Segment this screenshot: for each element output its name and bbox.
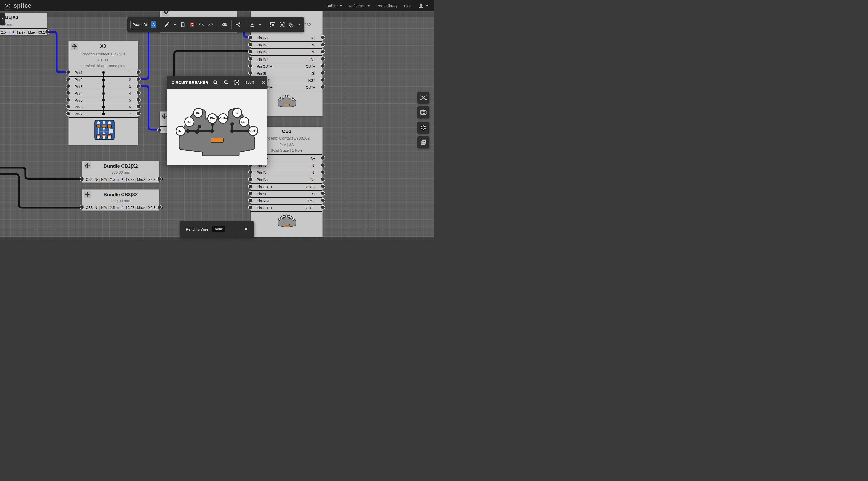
fit-screen-icon[interactable] bbox=[234, 79, 240, 86]
pin-connector-right[interactable] bbox=[321, 205, 325, 210]
pin-row: Pin SISI bbox=[251, 190, 322, 197]
pin-connector-left[interactable] bbox=[248, 170, 253, 174]
pin-label: Pin 2 bbox=[74, 77, 83, 82]
pin-connector-right[interactable] bbox=[321, 77, 325, 82]
share-button[interactable] bbox=[235, 21, 242, 28]
bundle-wire-row[interactable]: CB3.IN- | N/A | 2.5 mm² | 19/27 | black … bbox=[82, 204, 159, 211]
pin-connector-left[interactable] bbox=[66, 111, 70, 116]
pin-connector-left[interactable] bbox=[248, 191, 253, 196]
pin-connector-right[interactable] bbox=[136, 111, 141, 116]
redo-button[interactable] bbox=[208, 21, 214, 28]
x3-mpn: Phoenix Contact 1047479 bbox=[68, 52, 138, 56]
pin-connector-left[interactable] bbox=[66, 98, 70, 102]
modal-body[interactable]: IN-IN-IN+IN+OUT+SIRSTOUT+ bbox=[166, 89, 267, 165]
nav-builder[interactable]: Builder bbox=[327, 4, 342, 8]
pin-connector-left[interactable] bbox=[248, 35, 253, 40]
nav-reference[interactable]: Reference bbox=[349, 4, 370, 8]
pin-connector-left[interactable] bbox=[248, 42, 253, 47]
pin-connector-right[interactable] bbox=[321, 191, 325, 196]
zoom-out-icon[interactable] bbox=[213, 79, 219, 86]
close-icon[interactable]: ✕ bbox=[244, 227, 248, 232]
zoom-in-icon[interactable] bbox=[223, 79, 229, 86]
pin-connector-right[interactable] bbox=[321, 184, 325, 189]
pin-connector-left[interactable] bbox=[248, 177, 253, 182]
sidebar-expand-button[interactable]: › bbox=[0, 12, 5, 25]
pin-connector-left[interactable] bbox=[248, 50, 253, 54]
pin-connector-left[interactable] bbox=[66, 77, 70, 81]
pin-connector-left[interactable] bbox=[248, 184, 253, 189]
pin-label: Pin 3 bbox=[74, 85, 83, 89]
link-button[interactable] bbox=[221, 21, 228, 28]
settings-dropdown-caret[interactable] bbox=[298, 21, 301, 28]
pin-connector-right[interactable] bbox=[157, 205, 162, 210]
circuit-breaker-modal: CIRCUIT BREAKER 100% bbox=[166, 76, 267, 165]
pin-row: Pin 33 bbox=[68, 83, 138, 90]
app-logo[interactable]: splice bbox=[0, 2, 31, 9]
pin-name: 6 bbox=[129, 105, 131, 109]
breaker-terminal-label: IN- bbox=[196, 111, 200, 115]
bundle-wire-row[interactable]: CB2.IN- | N/A | 2.5 mm² | 19/27 | black … bbox=[82, 176, 159, 183]
move-handle-icon[interactable] bbox=[161, 113, 167, 119]
pin-connector-left[interactable] bbox=[248, 198, 253, 202]
circular-connector-button[interactable] bbox=[417, 122, 430, 134]
bundle-cb2-x2-panel[interactable]: Bundle CB2|X2 300.00 mm CB2.IN- | N/A | … bbox=[82, 161, 159, 183]
x3-title: X3 bbox=[68, 43, 138, 49]
bundle-cb1-x3-panel[interactable]: CB1|X3 300.00 mm 2.5 mm² | 19/27 | blue … bbox=[0, 13, 47, 35]
pin-name: IN+ bbox=[310, 178, 315, 182]
nav-parts-library[interactable]: Parts Library bbox=[377, 4, 397, 8]
nav-blog[interactable]: Blog bbox=[404, 4, 411, 8]
pin-connector-right[interactable] bbox=[321, 163, 325, 167]
pin-connector-right[interactable] bbox=[321, 85, 325, 89]
pin-connector-left[interactable] bbox=[248, 205, 253, 210]
export-pdf-button[interactable] bbox=[417, 136, 430, 148]
close-icon[interactable] bbox=[260, 79, 267, 86]
download-button[interactable] bbox=[249, 21, 255, 28]
pin-connector-left[interactable] bbox=[248, 57, 253, 61]
pin-connector-left[interactable] bbox=[248, 64, 253, 68]
undo-button[interactable] bbox=[198, 21, 205, 28]
pin-connector-right[interactable] bbox=[321, 42, 325, 47]
edit-pencil-button[interactable] bbox=[163, 21, 170, 28]
pin-connector-right[interactable] bbox=[136, 84, 141, 88]
breaker-body bbox=[179, 109, 255, 156]
bundle-cb1-wire-row[interactable]: 2.5 mm² | 19/27 | blue | X3.1 bbox=[0, 29, 47, 36]
pin-connector-left[interactable] bbox=[248, 70, 253, 75]
settings-gear-button[interactable] bbox=[288, 21, 294, 28]
download-dropdown-caret[interactable] bbox=[258, 21, 262, 28]
pin-connector-right[interactable] bbox=[321, 50, 325, 54]
connector-tool-button[interactable] bbox=[417, 106, 430, 119]
pin-connector-left[interactable] bbox=[66, 84, 70, 88]
annotate-badge[interactable]: A bbox=[151, 21, 156, 28]
pin-connector-right[interactable] bbox=[321, 35, 325, 40]
new-file-button[interactable] bbox=[180, 21, 186, 28]
x3-terminal-block-panel[interactable]: X3 Phoenix Contact 1047479 PTFIX termina… bbox=[68, 41, 138, 145]
edit-dropdown-caret[interactable] bbox=[173, 21, 177, 28]
pin-connector-right[interactable] bbox=[321, 64, 325, 68]
breaker-terminal-label: SI bbox=[236, 111, 239, 115]
pin-connector-right[interactable] bbox=[136, 70, 141, 74]
select-all-button[interactable] bbox=[270, 21, 276, 28]
pin-connector-right[interactable] bbox=[321, 57, 325, 61]
pin-connector-right[interactable] bbox=[321, 198, 325, 202]
pin-label: Pin OUT+ bbox=[257, 206, 273, 210]
pin-connector-right[interactable] bbox=[321, 70, 325, 75]
pin-connector-left[interactable] bbox=[66, 91, 70, 95]
pin-connector-right[interactable] bbox=[321, 170, 325, 174]
pin-label: Pin IN- bbox=[257, 50, 268, 54]
pin-connector-left[interactable] bbox=[66, 70, 70, 74]
fit-view-button[interactable] bbox=[279, 21, 285, 28]
pending-wire-value-badge: none bbox=[213, 226, 225, 232]
pin-connector-right[interactable] bbox=[321, 177, 325, 182]
splice-tool-button[interactable] bbox=[417, 92, 430, 104]
project-name-input[interactable]: Power Dist bbox=[130, 20, 148, 29]
user-account-menu[interactable] bbox=[418, 3, 429, 9]
pin-connector-right[interactable] bbox=[45, 30, 50, 34]
pin-connector-right[interactable] bbox=[321, 156, 325, 160]
pin-connector-left[interactable] bbox=[66, 104, 70, 109]
pin-connector-right[interactable] bbox=[136, 98, 141, 102]
bundle-cb3-x2-panel[interactable]: Bundle CB3|X2 300.00 mm CB3.IN- | N/A | … bbox=[82, 189, 159, 211]
modal-header[interactable]: CIRCUIT BREAKER 100% bbox=[166, 76, 267, 89]
pin-connector-left[interactable] bbox=[157, 128, 162, 132]
save-button[interactable] bbox=[189, 21, 195, 28]
pin-connector-right[interactable] bbox=[157, 177, 162, 181]
